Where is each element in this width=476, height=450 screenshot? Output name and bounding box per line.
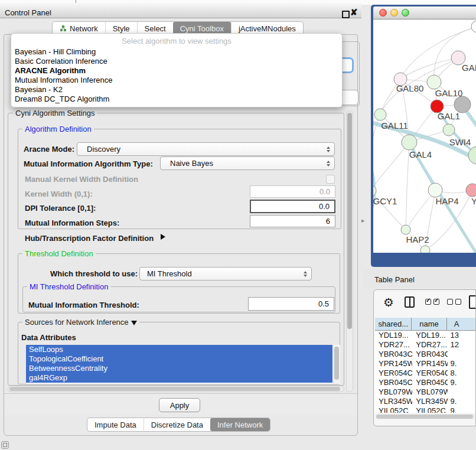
table-row[interactable]: YBL079WYBL079W	[375, 387, 476, 397]
select-all-columns-icon[interactable]	[425, 299, 439, 305]
table-horizontal-scrollbar-thumb[interactable]	[376, 415, 473, 419]
network-window[interactable]: GALGAL80GAL10GAL1GAL11SWI4GAL4GCY1HAP4YH…	[371, 5, 476, 267]
table-horizontal-scrollbar[interactable]	[376, 414, 475, 419]
table-cell[interactable]: 12	[448, 340, 476, 350]
attribute-item-selfloops[interactable]: SelfLoops	[26, 345, 332, 354]
table-cell[interactable]: YER054C	[375, 369, 412, 378]
settings-vertical-scrollbar[interactable]	[346, 110, 353, 392]
gear-icon[interactable]: ⚙	[383, 295, 394, 310]
close-traffic-light-icon[interactable]	[379, 9, 387, 17]
aracne-mode-select[interactable]: Discovery	[77, 142, 335, 156]
table-cell[interactable]: 8.	[448, 369, 476, 378]
table-cell[interactable]: YER054C	[412, 369, 448, 378]
table-cell[interactable]: 9.	[448, 397, 476, 406]
network-node-hap2[interactable]	[401, 225, 410, 234]
table-row[interactable]: YBR045CYBR045C9.	[375, 378, 476, 387]
column-header-name[interactable]: name	[412, 318, 446, 330]
network-canvas[interactable]: GALGAL80GAL10GAL1GAL11SWI4GAL4GCY1HAP4YH…	[373, 19, 476, 253]
collapsed-panel-icon[interactable]	[1, 441, 9, 449]
table-cell[interactable]: YIL052C	[375, 406, 412, 413]
network-node-gal10[interactable]	[427, 75, 441, 89]
panel-resize-handle[interactable]: ▸	[361, 217, 365, 224]
table-cell[interactable]: YBL079W	[412, 387, 448, 397]
show-columns-icon[interactable]	[405, 296, 415, 308]
table-row[interactable]: YDL19...YDL19...13	[375, 331, 476, 340]
collapse-down-icon[interactable]	[131, 321, 137, 325]
table-cell[interactable]: 9.	[448, 359, 476, 369]
list-scrollbar[interactable]	[333, 345, 340, 383]
table-row[interactable]: YIL052CYIL052C9.	[375, 406, 476, 413]
table-cell[interactable]: 13	[448, 331, 476, 340]
expand-right-icon[interactable]	[161, 234, 165, 240]
dropdown-item-dream8-dc-tdc-algorithm[interactable]: Dream8 DC_TDC Algorithm	[11, 94, 342, 104]
attribute-item-betweennesscentrality[interactable]: BetweennessCentrality	[26, 364, 332, 373]
table-cell[interactable]: YBR045C	[375, 378, 412, 387]
table-row[interactable]: YBR043CYBR043C	[375, 350, 476, 359]
table-cell[interactable]: YDL19...	[375, 331, 412, 340]
combo-arrows-icon	[304, 271, 307, 277]
mi-type-select[interactable]: Naive Bayes	[160, 156, 335, 170]
table-cell[interactable]	[448, 350, 476, 359]
tab-infer-network[interactable]: Infer Network	[210, 418, 270, 431]
minimize-traffic-light-icon[interactable]	[390, 9, 398, 17]
dropdown-item-basic-correlation-inference[interactable]: Basic Correlation Inference	[11, 57, 342, 66]
manual-kernel-checkbox[interactable]	[326, 175, 335, 184]
table-row[interactable]: YDR27...YDR27...12	[375, 340, 476, 350]
network-window-titlebar[interactable]	[373, 6, 476, 19]
table-row[interactable]: YLR345WYLR345W9.	[375, 397, 476, 406]
table-cell[interactable]: YBR045C	[412, 378, 448, 387]
table-cell[interactable]: YBR043C	[375, 350, 412, 359]
column-header-shared[interactable]: shared...	[375, 318, 412, 330]
table-cell[interactable]: YPR145W	[412, 359, 448, 369]
network-node-gal1[interactable]	[443, 124, 455, 136]
network-node-gal4[interactable]	[402, 135, 417, 150]
dropdown-item-bayesian-hill-climbing[interactable]: Bayesian - Hill Climbing	[11, 47, 342, 57]
network-node-y[interactable]	[466, 184, 476, 197]
table-cell[interactable]: YDR27...	[375, 340, 412, 350]
mi-steps-field[interactable]: 6	[250, 215, 335, 227]
float-window-icon[interactable]	[342, 11, 350, 18]
table-panel: ⚙ shared...nameA YDL19...YDL19...13YDR27…	[373, 289, 476, 426]
dpi-tolerance-field[interactable]: 0.0	[250, 200, 335, 213]
table-cell[interactable]: YDL19...	[412, 331, 448, 340]
table-cell[interactable]: YIL052C	[412, 406, 448, 413]
network-node[interactable]	[471, 21, 476, 32]
list-scrollbar-thumb[interactable]	[334, 347, 339, 380]
unselect-all-columns-icon[interactable]	[447, 299, 461, 305]
attribute-item-topologicalcoefficient[interactable]: TopologicalCoefficient	[26, 354, 332, 364]
dropdown-item-mutual-information-inference[interactable]: Mutual Information Inference	[11, 76, 342, 85]
close-panel-icon[interactable]: ✘	[350, 7, 358, 18]
apply-button[interactable]: Apply	[159, 398, 200, 412]
table-cell[interactable]: YDR27...	[412, 340, 448, 350]
attribute-item-gal4rgexp[interactable]: gal4RGexp	[26, 373, 332, 383]
table-cell[interactable]: YBL079W	[375, 387, 412, 397]
new-column-icon[interactable]	[469, 295, 476, 309]
network-node-gcy1[interactable]	[373, 185, 376, 197]
table-row[interactable]: YER054CYER054C8.	[375, 369, 476, 378]
data-attributes-list[interactable]: SelfLoopsTopologicalCoefficientBetweenne…	[26, 345, 340, 384]
network-node-hap4[interactable]	[428, 183, 442, 197]
zoom-traffic-light-icon[interactable]	[402, 9, 409, 17]
table-cell[interactable]: YLR345W	[375, 397, 412, 406]
network-node[interactable]	[454, 96, 471, 113]
table-cell[interactable]	[448, 387, 476, 397]
table-cell[interactable]: YBR043C	[412, 350, 448, 359]
network-node[interactable]	[420, 246, 430, 253]
which-threshold-select[interactable]: MI Threshold	[139, 267, 312, 281]
table-row[interactable]: YPR145WYPR145W9.	[375, 359, 476, 369]
network-node-gal11[interactable]	[374, 109, 386, 120]
dropdown-item-aracne-algorithm[interactable]: ARACNE Algorithm	[11, 66, 342, 76]
settings-vertical-scrollbar-thumb[interactable]	[347, 113, 352, 329]
table-cell[interactable]: YPR145W	[375, 359, 412, 369]
kernel-width-field[interactable]: 0.0	[250, 185, 335, 198]
mi-threshold-field[interactable]: 0.5	[248, 297, 334, 311]
table-cell[interactable]: YLR345W	[412, 397, 448, 406]
table-cell[interactable]: 9.	[448, 378, 476, 387]
settings-horizontal-scrollbar[interactable]	[8, 386, 344, 392]
column-header-a[interactable]: A	[447, 318, 476, 330]
settings-horizontal-scrollbar-thumb[interactable]	[9, 387, 340, 391]
tab-impute-data[interactable]: Impute Data	[87, 418, 144, 431]
dropdown-item-bayesian-k2[interactable]: Bayesian - K2	[11, 85, 342, 94]
table-cell[interactable]: 9.	[448, 406, 476, 413]
tab-discretize-data[interactable]: Discretize Data	[144, 418, 210, 431]
